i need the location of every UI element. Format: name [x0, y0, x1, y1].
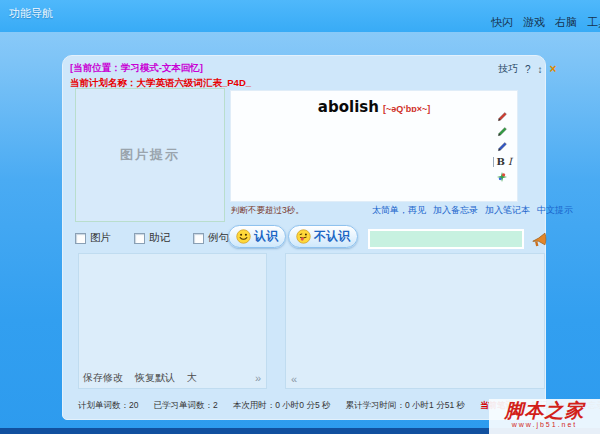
current-word: abolish — [318, 98, 379, 116]
menu-item-tools[interactable]: 工具 — [587, 15, 600, 30]
title-bar: 功能导航 快闪 游戏 右脑 工具 — [0, 0, 600, 32]
save-changes-button[interactable]: 保存修改 — [83, 371, 123, 385]
color-star-icon[interactable] — [496, 171, 508, 183]
dont-know-button[interactable]: 不认识 — [288, 225, 358, 248]
example-checkbox-label: 例句 — [208, 231, 229, 245]
quick-links: 太简单，再见 加入备忘录 加入笔记本 中文提示 — [372, 204, 573, 217]
hint-options: 图片 助记 例句 — [75, 231, 229, 245]
word-card: abolish[~əQʻbɒ×~] B I — [230, 90, 518, 202]
watermark-url: www.jb51.net — [489, 421, 600, 429]
menu-item-flash[interactable]: 快闪 — [491, 15, 513, 30]
session-time: 本次用时：0 小时0 分5 秒 — [233, 400, 331, 412]
close-button[interactable]: × — [550, 64, 557, 74]
mnemonic-checkbox-label: 助记 — [149, 231, 170, 245]
app-window: 功能导航 快闪 游戏 右脑 工具 [当前位置：学习模式-文本回忆] 当前计划名称… — [0, 0, 600, 434]
know-button-label: 认识 — [254, 228, 278, 245]
menu-item-rightbrain[interactable]: 右脑 — [555, 15, 577, 30]
smile-face-icon — [236, 229, 251, 244]
window-title: 功能导航 — [9, 6, 53, 21]
know-button[interactable]: 认识 — [228, 225, 286, 248]
learned-word-count: 已学习单词数：2 — [153, 400, 217, 412]
checkbox-icon[interactable] — [75, 233, 86, 244]
restore-default-button[interactable]: 恢复默认 — [135, 371, 175, 385]
blue-pencil-icon[interactable] — [497, 141, 508, 152]
annotation-toolbar: B I — [493, 111, 512, 183]
panel-controls: 技巧 ? ↕ × — [498, 62, 557, 76]
image-hint-label: 图片提示 — [120, 146, 180, 164]
dont-know-button-label: 不认识 — [314, 228, 350, 245]
phonetic-text: [~əQʻbɒ×~] — [383, 104, 430, 114]
watermark-title: 脚本之家 — [489, 399, 600, 421]
checkbox-icon[interactable] — [134, 233, 145, 244]
image-hint-panel: 图片提示 — [75, 88, 225, 222]
tongue-face-icon — [296, 229, 311, 244]
add-notebook-link[interactable]: 加入笔记本 — [485, 204, 530, 217]
example-checkbox[interactable]: 例句 — [193, 231, 229, 245]
green-pencil-icon[interactable] — [497, 126, 508, 137]
help-button[interactable]: ? — [525, 64, 531, 75]
italic-button[interactable]: I — [508, 156, 512, 167]
divider — [493, 157, 494, 167]
expand-chevron[interactable]: » — [255, 372, 261, 384]
tips-link[interactable]: 技巧 — [498, 62, 518, 76]
audio-horn-icon[interactable] — [531, 229, 549, 249]
add-memo-link[interactable]: 加入备忘录 — [433, 204, 478, 217]
spelling-input[interactable] — [368, 229, 524, 249]
plan-word-count: 计划单词数：20 — [78, 400, 138, 412]
bold-button[interactable]: B — [497, 156, 505, 167]
judge-time-hint: 判断不要超过3秒。 — [231, 205, 304, 217]
breadcrumb: [当前位置：学习模式-文本回忆] — [70, 62, 203, 75]
watermark: 脚本之家 www.jb51.net — [489, 399, 600, 434]
total-study-time: 累计学习时间：0 小时1 分51 秒 — [345, 400, 465, 412]
picture-checkbox[interactable]: 图片 — [75, 231, 111, 245]
collapse-chevron[interactable]: « — [291, 373, 297, 385]
status-bar: 计划单词数：20 已学习单词数：2 本次用时：0 小时0 分5 秒 累计学习时间… — [78, 400, 546, 412]
detail-buttons: 保存修改 恢复默认 大 » — [83, 371, 261, 385]
checkbox-icon[interactable] — [193, 233, 204, 244]
too-easy-link[interactable]: 太简单，再见 — [372, 204, 426, 217]
word-line: abolish[~əQʻbɒ×~] — [231, 98, 517, 116]
font-size-button[interactable]: 大 — [187, 371, 197, 385]
top-menu: 快闪 游戏 右脑 工具 — [491, 15, 600, 30]
picture-checkbox-label: 图片 — [90, 231, 111, 245]
mnemonic-checkbox[interactable]: 助记 — [134, 231, 170, 245]
red-pencil-icon[interactable] — [497, 111, 508, 122]
chinese-hint-link[interactable]: 中文提示 — [537, 204, 573, 217]
pin-button[interactable]: ↕ — [538, 64, 543, 75]
menu-item-game[interactable]: 游戏 — [523, 15, 545, 30]
note-panel: « — [285, 253, 545, 389]
detail-panel: 保存修改 恢复默认 大 » — [78, 253, 267, 389]
text-style-buttons: B I — [493, 156, 512, 167]
